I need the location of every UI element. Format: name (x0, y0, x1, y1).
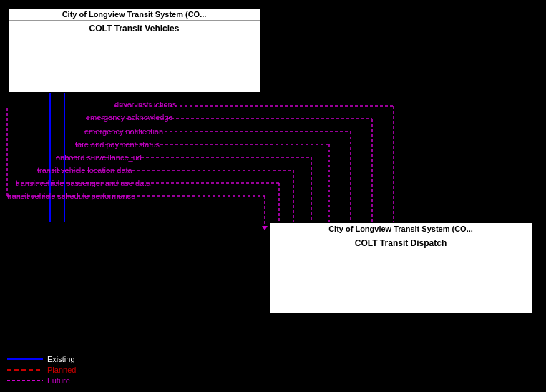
flow-fare-payment: fare and payment status (75, 140, 160, 149)
flow-vehicle-location: transit vehicle location data (37, 166, 132, 175)
flow-vehicle-schedule: transit vehicle schedule performance (7, 192, 135, 200)
legend-future: Future (7, 376, 76, 385)
existing-label: Existing (47, 355, 75, 363)
dispatch-node: City of Longview Transit System (CO... C… (268, 222, 533, 315)
svg-marker-27 (262, 226, 268, 230)
flow-emergency-acknowledge: emergency acknowledge (86, 113, 173, 122)
flow-driver-instructions: driver instructions (114, 100, 176, 109)
planned-line-icon (7, 369, 43, 371)
legend: Existing Planned Future (7, 355, 76, 385)
planned-label: Planned (47, 366, 76, 374)
dispatch-header: City of Longview Transit System (CO... (270, 223, 532, 235)
flow-vehicle-passenger: transit vehicle passenger and use data (16, 179, 150, 187)
future-line-icon (7, 380, 43, 381)
flow-onboard-surveillance: onboard surveillance_ud (56, 153, 142, 162)
flow-emergency-notification: emergency notification (84, 127, 163, 136)
future-label: Future (47, 376, 70, 385)
legend-existing: Existing (7, 355, 76, 363)
dispatch-title: COLT Transit Dispatch (270, 235, 532, 251)
vehicles-header: City of Longview Transit System (CO... (9, 9, 260, 21)
existing-line-icon (7, 358, 43, 360)
legend-planned: Planned (7, 366, 76, 374)
vehicles-title: COLT Transit Vehicles (9, 21, 260, 36)
vehicles-node: City of Longview Transit System (CO... C… (7, 7, 261, 93)
